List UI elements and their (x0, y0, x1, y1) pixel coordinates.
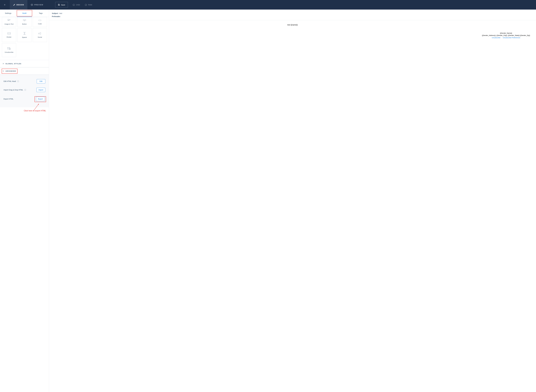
module-code[interactable]: Code (33, 17, 47, 27)
undo-label: Undo (76, 4, 80, 6)
export-html-label: Export HTML (4, 98, 13, 100)
eye-icon (31, 4, 33, 6)
tab-tags-label: Tags (39, 12, 43, 14)
megaphone-icon (38, 32, 42, 35)
svg-point-0 (32, 5, 32, 5)
tab-design[interactable]: DESIGN (10, 0, 27, 9)
module-spacer[interactable]: Spacer (17, 28, 32, 42)
separator: - (501, 37, 502, 38)
info-icon[interactable] (17, 80, 19, 82)
redo-button[interactable]: Redo (85, 4, 92, 6)
redo-label: Redo (88, 4, 92, 6)
back-button[interactable] (0, 0, 10, 9)
spacer-icon (23, 32, 26, 35)
save-button[interactable]: Save (55, 2, 68, 8)
divider-icon (8, 32, 11, 34)
code-icon (38, 19, 41, 21)
module-social[interactable]: Social (33, 28, 47, 42)
tab-preview-label: PREVIEW (34, 4, 43, 6)
unsubscribe-icon (7, 47, 11, 50)
tab-design-label: DESIGN (16, 4, 24, 6)
module-label: Image & Text (5, 23, 14, 25)
annotation-text: Click here to export HTML (0, 107, 49, 112)
import-html-label: Import Drag & Drop HTML (4, 89, 23, 91)
undo-icon (73, 4, 75, 6)
unsubscribe-prefs-link[interactable]: Unsubscribe Preferences (503, 37, 520, 38)
import-button[interactable]: Import (36, 88, 45, 92)
section-advanced[interactable]: ADVANCED (0, 67, 49, 75)
button-icon (23, 19, 26, 22)
module-button[interactable]: Button (17, 17, 32, 27)
module-label: Code (38, 23, 42, 25)
section-label: GLOBAL STYLES (5, 63, 21, 65)
redo-icon (85, 4, 87, 6)
sender-address: {{Sender_Address}}, {{Sender_City}}, {{S… (480, 34, 532, 36)
module-label: Social (38, 36, 42, 38)
subject-value[interactable]: test (59, 12, 62, 14)
tab-preview[interactable]: PREVIEW (27, 0, 47, 9)
section-global-styles[interactable]: GLOBAL STYLES (0, 60, 49, 67)
save-icon (58, 4, 60, 6)
unsubscribe-link[interactable]: Unsubscribe (492, 37, 500, 38)
edit-button[interactable]: Edit (37, 79, 45, 84)
module-divider[interactable]: Divider (2, 28, 16, 42)
tab-settings-label: Settings (5, 12, 11, 14)
module-image-text[interactable]: Image & Text (2, 17, 16, 27)
module-label: Spacer (22, 36, 27, 38)
preheader-label: Preheader: (52, 15, 61, 17)
module-unsubscribe[interactable]: Unsubscribe (2, 43, 16, 57)
subject-label: Subject: (52, 12, 58, 14)
save-label: Save (61, 4, 65, 6)
chevron-right-icon (3, 63, 4, 65)
tab-build[interactable]: Build (16, 9, 33, 17)
edit-html-head-label: Edit HTML Head (4, 80, 16, 82)
module-label: Unsubscribe (5, 51, 13, 53)
undo-button[interactable]: Undo (73, 4, 80, 6)
pencil-icon (13, 4, 15, 6)
module-label: Divider (7, 36, 11, 38)
email-preview: Subject: test Preheader: test {{name}} {… (49, 9, 536, 392)
sidebar: Settings Build Tags Image & Text Button … (0, 9, 49, 392)
sender-name: {{Sender_Name}} (480, 32, 532, 34)
export-button[interactable]: Export (36, 97, 45, 101)
tab-build-label: Build (23, 12, 26, 14)
tab-tags[interactable]: Tags (33, 9, 49, 17)
top-bar: DESIGN PREVIEW Save Undo Redo (0, 0, 536, 9)
arrow-left-icon (4, 4, 6, 6)
image-text-icon (8, 19, 10, 22)
section-label: ADVANCED (5, 70, 16, 72)
info-icon[interactable] (24, 89, 26, 91)
email-body-text[interactable]: test {{name}} (49, 24, 536, 26)
advanced-panel: Edit HTML Head Edit Import Drag & Drop H… (0, 75, 49, 107)
chevron-down-icon (3, 70, 4, 72)
module-label: Button (22, 23, 27, 25)
tab-settings[interactable]: Settings (0, 9, 16, 17)
